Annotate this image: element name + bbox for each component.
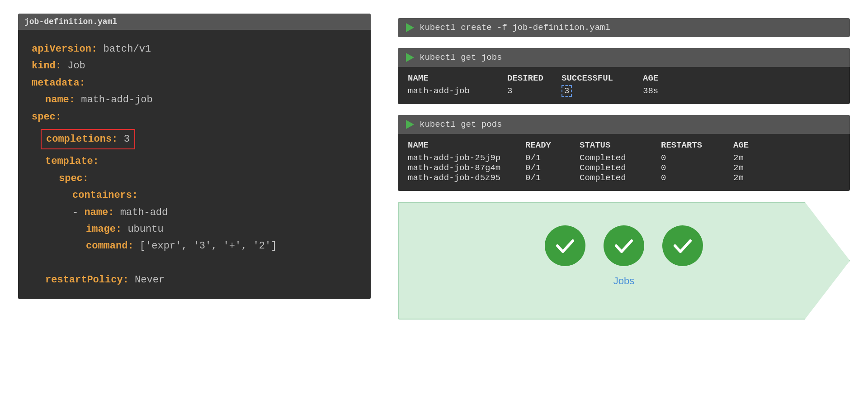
yaml-line-kind: kind: Job bbox=[32, 57, 357, 74]
jobs-row-desired: 3 bbox=[507, 86, 561, 96]
yaml-key: kind: bbox=[32, 60, 61, 72]
yaml-filename: job-definition.yaml bbox=[24, 17, 117, 26]
yaml-value: ['expr', '3', '+', '2'] bbox=[140, 240, 277, 252]
pods-col-name-header: NAME bbox=[408, 140, 525, 150]
jobs-row-successful-value: 3 bbox=[561, 85, 572, 97]
jobs-row-age: 38s bbox=[643, 86, 688, 96]
yaml-key: spec: bbox=[59, 173, 89, 184]
yaml-line-spec: spec: bbox=[32, 109, 357, 125]
yaml-value: Job bbox=[67, 60, 85, 72]
yaml-key: containers: bbox=[72, 190, 138, 201]
terminal-get-pods-cmd: kubectl get pods bbox=[420, 119, 502, 129]
yaml-key: command: bbox=[86, 240, 134, 252]
pods-table-row: math-add-job-87g4m 0/1 Completed 0 2m bbox=[408, 163, 840, 173]
yaml-key: metadata: bbox=[32, 77, 85, 89]
yaml-line-name: name: math-add-job bbox=[32, 91, 357, 108]
pods-row-name: math-add-job-d5z95 bbox=[408, 173, 525, 183]
pods-table-header: NAME READY STATUS RESTARTS AGE bbox=[408, 140, 840, 150]
jobs-col-successful-header: SUCCESSFUL bbox=[561, 73, 643, 83]
yaml-key: apiVersion: bbox=[32, 43, 97, 55]
yaml-panel: job-definition.yaml apiVersion: batch/v1… bbox=[18, 14, 371, 406]
yaml-line-image: image: ubuntu bbox=[32, 221, 357, 238]
yaml-key: image: bbox=[86, 224, 122, 235]
jobs-row-successful: 3 bbox=[561, 86, 643, 96]
pods-row-restarts: 0 bbox=[661, 163, 733, 173]
play-arrow-icon bbox=[406, 23, 414, 32]
yaml-window: job-definition.yaml apiVersion: batch/v1… bbox=[18, 14, 371, 299]
yaml-titlebar: job-definition.yaml bbox=[18, 14, 371, 30]
pods-row-name: math-add-job-25j9p bbox=[408, 153, 525, 163]
terminal-get-jobs-cmd: kubectl get jobs bbox=[420, 52, 502, 62]
pods-row-age: 2m bbox=[733, 163, 769, 173]
yaml-line-containername: - name: math-add bbox=[32, 204, 357, 221]
terminal-get-pods-table: NAME READY STATUS RESTARTS AGE math-add-… bbox=[398, 134, 850, 191]
pods-table-row: math-add-job-d5z95 0/1 Completed 0 2m bbox=[408, 173, 840, 183]
pods-row-status: Completed bbox=[580, 163, 661, 173]
yaml-value: - bbox=[72, 207, 84, 218]
yaml-value: 3 bbox=[124, 134, 130, 145]
pods-table-row: math-add-job-25j9p 0/1 Completed 0 2m bbox=[408, 153, 840, 163]
checkmark-icon-3 bbox=[670, 234, 695, 258]
yaml-line-containers: containers: bbox=[32, 187, 357, 204]
yaml-body: apiVersion: batch/v1 kind: Job metadata:… bbox=[18, 30, 371, 299]
yaml-value: batch/v1 bbox=[103, 43, 151, 55]
yaml-line-restartpolicy: restartPolicy: Never bbox=[32, 272, 357, 288]
jobs-diagram-label: Jobs bbox=[613, 275, 634, 287]
jobs-table-header: NAME DESIRED SUCCESSFUL AGE bbox=[408, 73, 840, 83]
pods-col-ready-header: READY bbox=[525, 140, 580, 150]
play-arrow-icon bbox=[406, 120, 414, 129]
yaml-key: name: bbox=[84, 207, 114, 218]
yaml-key: template: bbox=[45, 156, 99, 167]
yaml-line-apiversion: apiVersion: batch/v1 bbox=[32, 41, 357, 57]
yaml-value: ubuntu bbox=[127, 224, 163, 235]
jobs-col-desired-header: DESIRED bbox=[507, 73, 561, 83]
pods-col-status-header: STATUS bbox=[580, 140, 661, 150]
jobs-col-name-header: NAME bbox=[408, 73, 507, 83]
pods-col-restarts-header: RESTARTS bbox=[661, 140, 733, 150]
jobs-diagram: Jobs bbox=[398, 202, 850, 320]
pods-row-ready: 0/1 bbox=[525, 153, 580, 163]
pods-row-age: 2m bbox=[733, 173, 769, 183]
diagram-checks bbox=[545, 225, 703, 266]
play-arrow-icon bbox=[406, 53, 414, 62]
yaml-line-metadata: metadata: bbox=[32, 75, 357, 91]
check-circle-3 bbox=[662, 225, 703, 266]
pods-row-ready: 0/1 bbox=[525, 173, 580, 183]
check-circle-2 bbox=[604, 225, 644, 266]
yaml-line-completions: completions: 3 bbox=[32, 129, 357, 149]
pods-row-name: math-add-job-87g4m bbox=[408, 163, 525, 173]
pods-row-status: Completed bbox=[580, 173, 661, 183]
pods-col-age-header: AGE bbox=[733, 140, 769, 150]
yaml-key: spec: bbox=[32, 111, 61, 123]
pods-row-ready: 0/1 bbox=[525, 163, 580, 173]
checkmark-icon-1 bbox=[553, 234, 577, 258]
check-circle-1 bbox=[545, 225, 585, 266]
pods-row-restarts: 0 bbox=[661, 173, 733, 183]
yaml-key: name: bbox=[45, 94, 75, 105]
jobs-row-name: math-add-job bbox=[408, 86, 507, 96]
terminal-get-jobs-table: NAME DESIRED SUCCESSFUL AGE math-add-job… bbox=[398, 67, 850, 104]
checkmark-icon-2 bbox=[612, 234, 636, 258]
yaml-value: math-add bbox=[120, 207, 168, 218]
yaml-value: math-add-job bbox=[81, 94, 152, 105]
terminal-get-jobs: kubectl get jobs NAME DESIRED SUCCESSFUL… bbox=[398, 48, 850, 104]
terminal-get-pods-header: kubectl get pods bbox=[398, 115, 850, 134]
right-panel: kubectl create -f job-definition.yaml ku… bbox=[398, 14, 850, 406]
pods-row-status: Completed bbox=[580, 153, 661, 163]
pods-row-restarts: 0 bbox=[661, 153, 733, 163]
yaml-highlight-box: completions: 3 bbox=[41, 129, 135, 149]
terminal-create: kubectl create -f job-definition.yaml bbox=[398, 18, 850, 37]
terminal-get-pods: kubectl get pods NAME READY STATUS RESTA… bbox=[398, 115, 850, 191]
terminal-create-cmd: kubectl create -f job-definition.yaml bbox=[420, 23, 610, 33]
pods-row-age: 2m bbox=[733, 153, 769, 163]
terminal-create-header: kubectl create -f job-definition.yaml bbox=[398, 18, 850, 37]
yaml-value: Never bbox=[135, 274, 165, 286]
yaml-line-command: command: ['expr', '3', '+', '2'] bbox=[32, 238, 357, 254]
terminal-get-jobs-header: kubectl get jobs bbox=[398, 48, 850, 67]
yaml-line-spec2: spec: bbox=[32, 170, 357, 187]
yaml-key: completions: bbox=[46, 134, 118, 145]
jobs-col-age-header: AGE bbox=[643, 73, 688, 83]
yaml-key: restartPolicy: bbox=[45, 274, 129, 286]
yaml-line-template: template: bbox=[32, 153, 357, 170]
jobs-table-row: math-add-job 3 3 38s bbox=[408, 86, 840, 96]
